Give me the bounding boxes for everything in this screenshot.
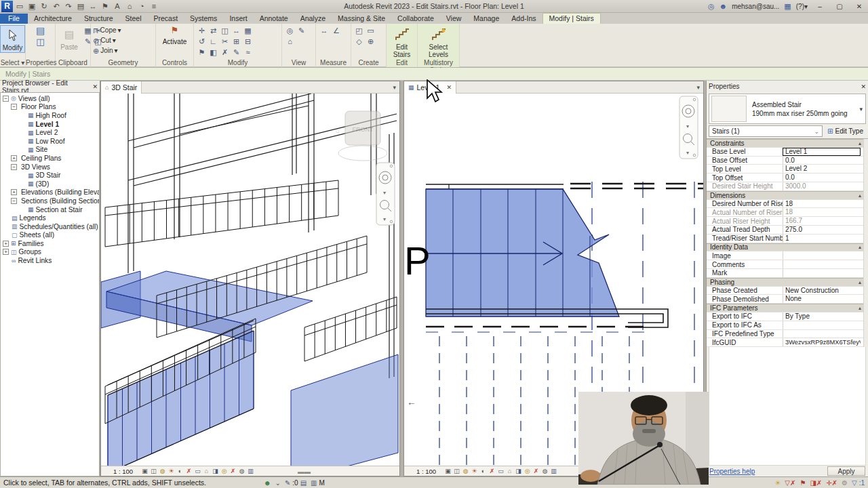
navigation-bar-3d[interactable]: ▾ ▾: [376, 163, 395, 225]
move-icon[interactable]: ↔: [231, 25, 242, 36]
properties-section-header[interactable]: IFC Parameters▴: [707, 304, 868, 312]
temporary-hide-icon[interactable]: ◨: [211, 467, 220, 476]
section-collapse-icon[interactable]: ▴: [859, 244, 861, 250]
property-value[interactable]: New Construction: [783, 287, 861, 295]
property-value[interactable]: 18: [783, 200, 861, 208]
worksharing-icon[interactable]: ✗: [229, 467, 237, 476]
show-crop-icon[interactable]: ▭: [193, 467, 202, 476]
status-dropdown-icon[interactable]: ⌄: [275, 479, 281, 487]
unpin-icon[interactable]: ◧: [208, 47, 219, 58]
type-selector[interactable]: Assembled Stair 190mm max riser 250mm go…: [709, 94, 866, 124]
tree-item[interactable]: ▦Section at Stair: [1, 205, 99, 214]
tree-expander-icon[interactable]: +: [11, 155, 17, 161]
ribbon-tab-systems[interactable]: Systems: [184, 14, 223, 24]
tree-item[interactable]: ▤Legends: [1, 214, 99, 222]
ribbon-tab-precast[interactable]: Precast: [148, 14, 184, 24]
properties-help-link[interactable]: Properties help: [709, 468, 755, 475]
property-value[interactable]: 0.0: [783, 174, 861, 182]
minimize-button[interactable]: –: [812, 3, 827, 10]
ribbon-tab-view[interactable]: View: [440, 14, 468, 24]
sun-path-icon[interactable]: ☀: [167, 467, 176, 476]
similar-icon[interactable]: ◇: [353, 36, 365, 47]
detail-level-icon[interactable]: ◫: [149, 467, 158, 476]
panel-label-edit[interactable]: Edit: [387, 59, 417, 67]
visual-style-icon[interactable]: ◍: [461, 467, 470, 476]
select-levels-button[interactable]: Select Levels: [427, 25, 450, 59]
view-tab-menu-icon-2[interactable]: ▾: [696, 84, 703, 91]
detail-level-icon[interactable]: ◫: [452, 467, 461, 476]
apply-button[interactable]: Apply: [827, 466, 865, 476]
tree-item[interactable]: +Elevations (Building Elevation): [1, 188, 99, 197]
close-button[interactable]: ✕: [852, 3, 867, 10]
property-value[interactable]: 166.7: [783, 217, 861, 225]
panel-label-multistory[interactable]: Multistory Stairs: [418, 59, 459, 67]
join-button[interactable]: ⊕Join ▾: [93, 45, 118, 56]
ribbon-tab-add-ins[interactable]: Add-Ins: [505, 14, 542, 24]
ribbon-tab-file[interactable]: File: [0, 14, 28, 24]
array-icon[interactable]: ⊞: [231, 36, 242, 47]
section-icon[interactable]: ◔: [137, 2, 146, 10]
cart-icon[interactable]: ▦: [784, 2, 791, 11]
ribbon-tab-annotate[interactable]: Annotate: [254, 14, 294, 24]
properties-scrollbar[interactable]: [863, 139, 868, 347]
tree-item[interactable]: −Sections (Building Section): [1, 197, 99, 205]
tree-item[interactable]: +◫Groups: [1, 248, 99, 257]
property-value[interactable]: Level 2: [783, 165, 861, 173]
panel-label-modify[interactable]: Modify: [194, 59, 281, 67]
gear-icon[interactable]: ⚙: [842, 479, 848, 487]
select-pinned-icon[interactable]: ⚑: [800, 479, 806, 487]
edit-type-button[interactable]: ⊞ Edit Type: [825, 125, 866, 137]
section-collapse-icon[interactable]: ▴: [859, 305, 861, 311]
measure-two-icon[interactable]: ↔: [318, 25, 330, 36]
view-properties-icon[interactable]: ◍: [237, 467, 246, 476]
property-value[interactable]: [783, 330, 861, 338]
view-cube[interactable]: FRONT ⌂: [336, 111, 387, 161]
scrollbar-thumb[interactable]: ▬▬: [298, 468, 311, 475]
properties-close-icon[interactable]: ✕: [861, 83, 866, 90]
cope-button[interactable]: ⊓Cope ▾: [93, 25, 121, 35]
selection-filter-dropdown[interactable]: Stairs (1) ⌄: [709, 125, 823, 137]
paste-button[interactable]: ▤ Paste: [58, 25, 81, 52]
scale-control[interactable]: 1 : 100: [113, 468, 133, 475]
panel-label-clipboard[interactable]: Clipboard: [56, 59, 90, 67]
properties-section-header[interactable]: Identity Data▴: [707, 243, 868, 252]
ribbon-tab-steel[interactable]: Steel: [119, 14, 148, 24]
property-value[interactable]: 3WezvsxRP9z8MX6TSfeyVK: [783, 338, 861, 346]
tree-item[interactable]: ▦Low Roof: [1, 137, 99, 146]
assembly-icon[interactable]: ⊕: [365, 36, 376, 47]
angle-icon[interactable]: ∠: [330, 25, 342, 36]
crop-view-icon[interactable]: ✗: [184, 467, 193, 476]
panel-label-properties[interactable]: Properties: [26, 59, 55, 67]
undo-icon[interactable]: ↶: [52, 2, 61, 11]
tree-item[interactable]: −Floor Plans: [1, 103, 99, 112]
constraints-icon[interactable]: ▥: [549, 467, 558, 476]
tree-item[interactable]: ▦High Roof: [1, 111, 99, 120]
modify-button[interactable]: Modify: [0, 25, 25, 53]
crop-view-icon[interactable]: ✗: [488, 467, 496, 476]
align-icon[interactable]: ✛: [196, 25, 208, 36]
tree-item[interactable]: +Ceiling Plans: [1, 154, 99, 163]
property-value[interactable]: 3000.0: [783, 182, 861, 190]
print-icon[interactable]: ▤: [76, 2, 85, 11]
tree-item[interactable]: ▦Site: [1, 146, 99, 155]
reveal-hidden-icon[interactable]: ◎: [220, 467, 229, 476]
lock-view-icon[interactable]: ⌂: [505, 467, 514, 476]
property-value[interactable]: 18: [783, 208, 861, 216]
tree-expander-icon[interactable]: −: [11, 104, 17, 110]
tree-item[interactable]: +⊞Families: [1, 239, 99, 248]
help-icon[interactable]: (?)▾: [796, 3, 808, 10]
status-grid-icon[interactable]: ▤: [300, 479, 307, 487]
tree-expander-icon[interactable]: −: [11, 198, 17, 204]
constraints-icon[interactable]: ▥: [246, 467, 255, 476]
ribbon-tab-collaborate[interactable]: Collaborate: [391, 14, 440, 24]
legend-component-icon[interactable]: ◰: [353, 25, 365, 36]
property-value[interactable]: 1: [783, 235, 861, 243]
view-tab-close-icon[interactable]: ✕: [446, 84, 452, 91]
property-value[interactable]: [783, 260, 861, 268]
panel-label-select[interactable]: Select ▾: [0, 59, 25, 67]
mirror-icon[interactable]: ◫: [219, 25, 231, 36]
measure-icon[interactable]: ↔: [88, 2, 98, 10]
ribbon-tab-structure[interactable]: Structure: [78, 14, 119, 24]
tree-expander-icon[interactable]: +: [3, 249, 9, 255]
ribbon-tab-insert[interactable]: Insert: [223, 14, 253, 24]
